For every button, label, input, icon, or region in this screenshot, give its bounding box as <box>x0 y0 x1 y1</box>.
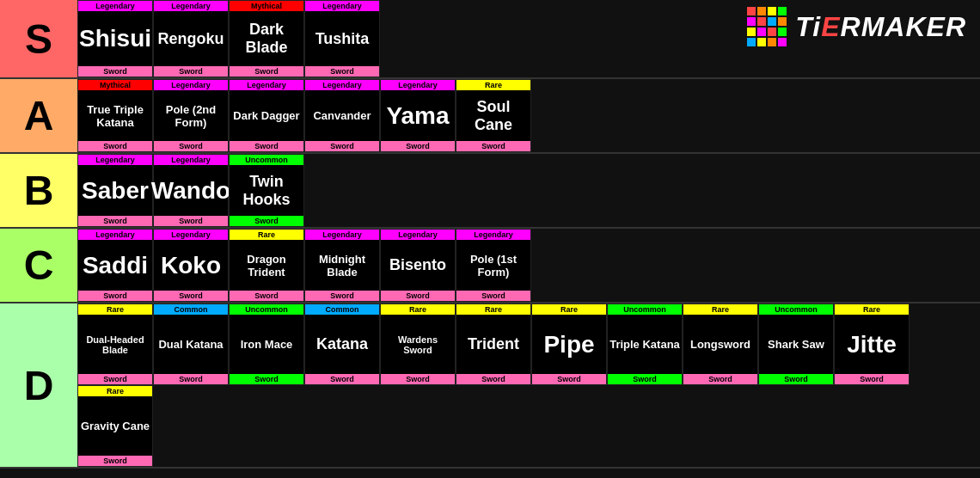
item-type-badge: Sword <box>78 374 152 384</box>
item-name: Dual-Headed Blade <box>78 315 152 374</box>
item-card: LegendaryCanvanderSword <box>304 79 380 152</box>
tier-items-D: RareDual-Headed BladeSwordCommonDual Kat… <box>77 303 980 467</box>
item-card: UncommonTriple KatanaSword <box>607 303 683 385</box>
item-type-badge: Sword <box>456 141 530 151</box>
item-name: Katana <box>305 315 379 374</box>
item-type-badge: Sword <box>456 291 530 301</box>
item-type-badge: Sword <box>78 216 152 226</box>
item-card: RareLongswordSword <box>683 303 758 385</box>
item-type-badge: Sword <box>532 374 606 384</box>
item-type-badge: Sword <box>381 141 455 151</box>
tier-label-C: C <box>0 229 77 302</box>
item-type-badge: Sword <box>154 66 228 77</box>
item-rarity-badge: Legendary <box>78 1 152 11</box>
item-name: Wando <box>154 165 228 216</box>
item-card: LegendarySaddiSword <box>77 229 153 302</box>
item-rarity-badge: Uncommon <box>759 304 833 315</box>
item-name: True Triple Katana <box>78 90 152 141</box>
item-rarity-badge: Legendary <box>381 230 455 240</box>
item-type-badge: Sword <box>230 216 303 226</box>
item-name: Midnight Blade <box>305 240 379 291</box>
item-rarity-badge: Rare <box>230 230 303 240</box>
item-type-badge: Sword <box>78 456 152 466</box>
item-name: Saber <box>78 165 152 216</box>
item-type-badge: Sword <box>759 374 833 384</box>
item-card: RarePipeSword <box>531 303 607 385</box>
item-type-badge: Sword <box>305 291 379 301</box>
item-card: LegendarySaberSword <box>77 154 153 227</box>
item-name: Shisui <box>78 11 152 66</box>
item-card: CommonKatanaSword <box>304 303 380 385</box>
item-rarity-badge: Rare <box>532 304 606 315</box>
item-card: RareJitteSword <box>834 303 910 385</box>
tier-label-A: A <box>0 79 77 152</box>
item-card: RareGravity CaneSword <box>77 385 153 467</box>
item-type-badge: Sword <box>381 374 455 384</box>
item-card: RareWardens SwordSword <box>380 303 456 385</box>
item-rarity-badge: Uncommon <box>608 304 682 315</box>
item-rarity-badge: Legendary <box>305 80 379 90</box>
item-name: Koko <box>154 240 228 291</box>
item-name: Triple Katana <box>608 315 682 374</box>
item-name: Wardens Sword <box>381 315 455 374</box>
item-rarity-badge: Rare <box>381 304 455 315</box>
item-rarity-badge: Legendary <box>154 155 228 165</box>
item-name: Dual Katana <box>154 315 228 374</box>
item-type-badge: Sword <box>78 291 152 301</box>
item-name: Dark Blade <box>230 11 303 66</box>
item-type-badge: Sword <box>608 374 682 384</box>
item-name: Yama <box>381 90 455 141</box>
item-card: RareDragon TridentSword <box>229 229 304 302</box>
item-name: Longsword <box>683 315 757 374</box>
tier-label-S: S <box>0 0 77 77</box>
item-rarity-badge: Uncommon <box>230 155 303 165</box>
item-rarity-badge: Rare <box>456 80 530 90</box>
item-rarity-badge: Legendary <box>456 230 530 240</box>
item-rarity-badge: Legendary <box>305 230 379 240</box>
tier-label-B: B <box>0 154 77 227</box>
item-name: Soul Cane <box>456 90 530 141</box>
tier-row-B: BLegendarySaberSwordLegendaryWandoSwordU… <box>0 154 980 229</box>
item-name: Twin Hooks <box>230 165 303 216</box>
tier-items-C: LegendarySaddiSwordLegendaryKokoSwordRar… <box>77 229 980 302</box>
item-name: Iron Mace <box>230 315 303 374</box>
item-card: MythicalTrue Triple KatanaSword <box>77 79 153 152</box>
item-rarity-badge: Common <box>305 304 379 315</box>
item-rarity-badge: Legendary <box>305 1 379 11</box>
tier-table: SLegendaryShisuiSwordLegendaryRengokuSwo… <box>0 0 980 469</box>
item-type-badge: Sword <box>305 141 379 151</box>
item-card: RareSoul CaneSword <box>456 79 531 152</box>
item-card: LegendaryKokoSword <box>153 229 229 302</box>
logo-area: TiERMAKER <box>747 7 966 46</box>
item-type-badge: Sword <box>683 374 757 384</box>
tier-row-D: DRareDual-Headed BladeSwordCommonDual Ka… <box>0 303 980 469</box>
item-card: UncommonTwin HooksSword <box>229 154 304 227</box>
item-type-badge: Sword <box>305 66 379 77</box>
item-card: LegendaryDark DaggerSword <box>229 79 304 152</box>
logo-grid-icon <box>747 7 787 46</box>
item-type-badge: Sword <box>154 374 228 384</box>
item-rarity-badge: Common <box>154 304 228 315</box>
item-type-badge: Sword <box>230 374 303 384</box>
item-card: LegendaryBisentoSword <box>380 229 456 302</box>
item-name: Trident <box>456 315 530 374</box>
tier-row-A: AMythicalTrue Triple KatanaSwordLegendar… <box>0 79 980 154</box>
item-rarity-badge: Rare <box>456 304 530 315</box>
item-rarity-badge: Rare <box>683 304 757 315</box>
item-name: Gravity Cane <box>78 396 152 456</box>
item-type-badge: Sword <box>230 291 303 301</box>
tier-label-D: D <box>0 303 77 467</box>
item-type-badge: Sword <box>381 291 455 301</box>
item-type-badge: Sword <box>78 141 152 151</box>
item-rarity-badge: Rare <box>78 386 152 396</box>
item-card: LegendaryMidnight BladeSword <box>304 229 380 302</box>
item-type-badge: Sword <box>230 66 303 77</box>
item-type-badge: Sword <box>78 66 152 77</box>
item-rarity-badge: Legendary <box>78 230 152 240</box>
item-rarity-badge: Legendary <box>78 155 152 165</box>
item-name: Canvander <box>305 90 379 141</box>
item-type-badge: Sword <box>456 374 530 384</box>
item-card: UncommonShark SawSword <box>758 303 834 385</box>
item-card: LegendaryShisuiSword <box>77 0 153 77</box>
item-rarity-badge: Legendary <box>230 80 303 90</box>
